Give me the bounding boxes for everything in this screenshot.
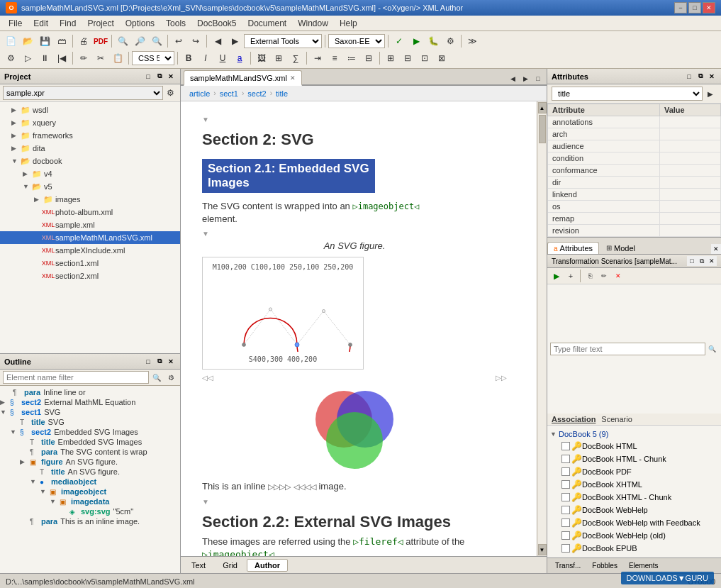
model-tree-docbook-html[interactable]: 🔑 DocBook HTML bbox=[550, 440, 718, 453]
menu-window[interactable]: Window bbox=[292, 17, 334, 30]
attr-value-revision[interactable] bbox=[659, 225, 720, 237]
check-docbook-html-chunk[interactable] bbox=[561, 455, 570, 463]
table-row-down[interactable]: ⊟ bbox=[400, 50, 415, 66]
model-tree-docbook-xhtml-chunk[interactable]: 🔑 DocBook XHTML - Chunk bbox=[550, 491, 718, 504]
attr-row-annotations[interactable]: annotations bbox=[548, 116, 721, 128]
breadcrumb-article[interactable]: article bbox=[186, 89, 213, 99]
transform-button[interactable]: ⚙ bbox=[442, 33, 458, 49]
right-tab-transf[interactable]: Transf... bbox=[550, 560, 586, 571]
text-color-button[interactable]: a bbox=[232, 50, 247, 66]
bold-button[interactable]: B bbox=[181, 50, 196, 66]
model-tree-docbook-xhtml[interactable]: 🔑 DocBook XHTML bbox=[550, 478, 718, 491]
project-float-btn[interactable]: ⧉ bbox=[155, 72, 164, 82]
tree-toggle-v5[interactable]: ▼ bbox=[23, 183, 31, 190]
validate-button[interactable]: ✓ bbox=[391, 33, 407, 49]
save-button[interactable]: 💾 bbox=[37, 33, 52, 49]
project-root-dropdown[interactable]: sample.xpr bbox=[3, 86, 163, 100]
model-close-btn[interactable]: ✕ bbox=[711, 244, 721, 254]
project-close-btn[interactable]: ✕ bbox=[166, 72, 176, 82]
model-tree-docbook-epub[interactable]: 🔑 DocBook EPUB bbox=[550, 542, 718, 555]
transformation-restore-btn[interactable]: □ bbox=[687, 256, 697, 266]
undo-button[interactable]: ↩ bbox=[171, 33, 186, 49]
tree-item-wsdl[interactable]: ▶ 📁 wsdl bbox=[0, 104, 180, 116]
insert-image-button[interactable]: 🖼 bbox=[254, 50, 269, 66]
attr-row-audience[interactable]: audience bbox=[548, 140, 721, 152]
outline-item-title-emb[interactable]: ▶ T title Embedded SVG Images bbox=[0, 437, 180, 447]
model-tree-root[interactable]: ▼ DocBook 5 (9) bbox=[550, 428, 718, 440]
check-docbook-xhtml[interactable] bbox=[561, 480, 570, 489]
close-button[interactable]: ✕ bbox=[703, 2, 715, 13]
format-btn5[interactable]: ✏ bbox=[76, 50, 91, 66]
sub-tab-association[interactable]: Association bbox=[552, 415, 596, 423]
search-button[interactable]: 🔍 bbox=[149, 33, 164, 49]
outline-toggle-sect2-math[interactable]: ▶ bbox=[0, 399, 9, 406]
outline-item-figure[interactable]: ▶ ▣ figure An SVG figure. bbox=[0, 457, 180, 467]
tree-toggle-docbook[interactable]: ▼ bbox=[11, 157, 20, 165]
tree-item-photo-album[interactable]: ▶ XML photo-album.xml bbox=[0, 206, 180, 218]
attr-row-os[interactable]: os bbox=[548, 201, 721, 213]
menu-document[interactable]: Document bbox=[242, 17, 292, 30]
attr-float-btn[interactable]: ⧉ bbox=[695, 72, 705, 82]
breadcrumb-sect2[interactable]: sect2 bbox=[245, 89, 269, 99]
model-tree-toggle-root[interactable]: ▼ bbox=[550, 431, 559, 438]
attr-row-conformance[interactable]: conformance bbox=[548, 165, 721, 177]
attr-row-dir[interactable]: dir bbox=[548, 177, 721, 189]
outline-item-imageobject[interactable]: ▼ ▣ imageobject bbox=[0, 487, 180, 497]
outline-item-title-svg[interactable]: ▶ T title SVG bbox=[0, 417, 180, 427]
model-search-btn[interactable]: 🔍 bbox=[705, 343, 718, 355]
attr-value-linkend[interactable] bbox=[659, 189, 720, 201]
attr-row-remap[interactable]: remap bbox=[548, 213, 721, 225]
zoom-out-button[interactable]: 🔎 bbox=[132, 33, 147, 49]
sub-tab-scenario[interactable]: Scenario bbox=[601, 415, 632, 423]
check-docbook-webhelp-old[interactable] bbox=[561, 531, 570, 540]
forward-button[interactable]: ▶ bbox=[227, 33, 242, 49]
outline-float-btn[interactable]: ⧉ bbox=[155, 357, 164, 367]
tab-samplemath[interactable]: sampleMathMLandSVG.xml ✕ bbox=[184, 70, 302, 86]
attr-value-condition[interactable] bbox=[659, 152, 720, 165]
save-all-button[interactable]: 🗃 bbox=[54, 33, 69, 49]
outline-item-para1[interactable]: ¶ para Inline line or bbox=[0, 387, 180, 397]
outline-close-btn[interactable]: ✕ bbox=[166, 357, 176, 367]
italic-button[interactable]: I bbox=[198, 50, 213, 66]
tree-item-docbook[interactable]: ▼ 📂 docbook bbox=[0, 155, 180, 167]
outline-toggle-figure[interactable]: ▶ bbox=[20, 458, 28, 465]
tree-toggle-frameworks[interactable]: ▶ bbox=[11, 132, 20, 139]
check-docbook-webhelp[interactable] bbox=[561, 506, 570, 514]
check-docbook-epub[interactable] bbox=[561, 544, 570, 553]
more-button[interactable]: ≫ bbox=[464, 33, 480, 49]
check-docbook-xhtml-chunk[interactable] bbox=[561, 493, 570, 501]
list-item-button[interactable]: ⊟ bbox=[361, 50, 376, 66]
format-btn6[interactable]: ✂ bbox=[93, 50, 108, 66]
menu-project[interactable]: Project bbox=[82, 17, 119, 30]
run-button[interactable]: ▶ bbox=[408, 33, 424, 49]
menu-docbook5[interactable]: DocBook5 bbox=[191, 17, 242, 30]
project-restore-btn[interactable]: □ bbox=[143, 72, 153, 82]
tree-item-section2[interactable]: ▶ XML section2.xml bbox=[0, 270, 180, 282]
tree-toggle-wsdl[interactable]: ▶ bbox=[11, 106, 20, 113]
zoom-in-button[interactable]: 🔍 bbox=[115, 33, 130, 49]
menu-edit[interactable]: Edit bbox=[28, 17, 54, 30]
model-tree-docbook-webhelp-old[interactable]: 🔑 DocBook WebHelp (old) bbox=[550, 529, 718, 542]
tree-item-v4[interactable]: ▶ 📁 v4 bbox=[0, 167, 180, 180]
add-transform-btn[interactable]: + bbox=[564, 270, 577, 282]
attr-row-arch[interactable]: arch bbox=[548, 128, 721, 140]
minimize-button[interactable]: − bbox=[674, 2, 687, 13]
outline-restore-btn[interactable]: □ bbox=[143, 357, 153, 367]
project-settings-btn[interactable]: ⚙ bbox=[163, 86, 177, 100]
tree-item-samplemath[interactable]: ▶ XML sampleMathMLandSVG.xml bbox=[0, 231, 180, 244]
outline-item-sect1[interactable]: ▼ § sect1 SVG bbox=[0, 407, 180, 417]
redo-button[interactable]: ↪ bbox=[188, 33, 203, 49]
menu-find[interactable]: Find bbox=[54, 17, 82, 30]
check-docbook-pdf[interactable] bbox=[561, 467, 570, 476]
table-row-up[interactable]: ⊞ bbox=[383, 50, 398, 66]
document-content[interactable]: ▼ Section 2: SVG Section 2.1: Embedded S… bbox=[181, 101, 537, 556]
outline-filter-input[interactable] bbox=[3, 371, 149, 384]
new-button[interactable]: 📄 bbox=[3, 33, 18, 49]
tree-item-section1[interactable]: ▶ XML section1.xml bbox=[0, 257, 180, 270]
attr-value-conformance[interactable] bbox=[659, 165, 720, 177]
list-ol-button[interactable]: ≔ bbox=[344, 50, 359, 66]
outline-item-svg[interactable]: ▶ ◈ svg:svg "5cm" bbox=[0, 506, 180, 516]
tab-grid[interactable]: Grid bbox=[215, 559, 245, 572]
insert-math-button[interactable]: ∑ bbox=[288, 50, 303, 66]
model-tree-docbook-pdf[interactable]: 🔑 DocBook PDF bbox=[550, 465, 718, 478]
